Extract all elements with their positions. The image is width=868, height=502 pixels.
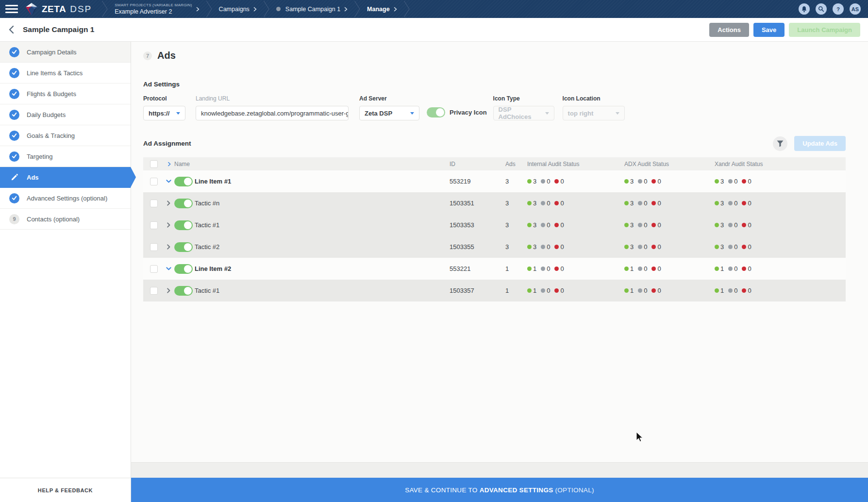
status-dot-green [715, 179, 719, 184]
col-xandr-audit[interactable]: Xandr Audit Status [715, 161, 846, 167]
filter-button[interactable] [773, 136, 787, 151]
rejected-count: 0 [560, 265, 564, 272]
row-enabled-toggle[interactable] [174, 220, 193, 230]
status-dot-red [651, 179, 656, 184]
launch-campaign-button[interactable]: Launch Campaign [789, 23, 860, 37]
breadcrumb-separator [263, 0, 270, 18]
icon-type-label: Icon Type [493, 95, 554, 102]
row-checkbox[interactable] [150, 243, 158, 251]
row-checkbox[interactable] [150, 200, 158, 207]
breadcrumb-separator [206, 0, 213, 18]
save-continue-bar[interactable]: SAVE & CONTINUE TO ADVANCED SETTINGS (OP… [131, 478, 868, 502]
help-feedback-button[interactable]: HELP & FEEDBACK [0, 478, 131, 502]
privacy-icon-toggle[interactable] [427, 107, 445, 117]
sidebar-item-label: Advanced Settings (optional) [27, 195, 107, 202]
approved-count: 3 [533, 178, 536, 185]
expand-toggle[interactable] [163, 179, 174, 184]
chevron-down-icon[interactable] [166, 266, 171, 271]
approved-count: 1 [630, 265, 634, 272]
row-enabled-toggle[interactable] [174, 286, 193, 296]
ad-settings-form: Protocol https:// Landing URL knowledgeb… [143, 95, 846, 120]
update-ads-button[interactable]: Update Ads [794, 136, 846, 151]
status-dot-green [715, 223, 719, 227]
save-button[interactable]: Save [753, 23, 785, 37]
expand-toggle[interactable] [163, 201, 174, 206]
back-button[interactable] [9, 25, 14, 34]
col-name[interactable]: Name [174, 161, 190, 167]
row-name[interactable]: Tactic #2 [195, 243, 450, 251]
expand-toggle[interactable] [163, 266, 174, 271]
zeta-dsp-logo[interactable]: ZETA DSP [25, 2, 92, 16]
breadcrumb-item-example-advertiser-2[interactable]: SMART PROJECTS (VARIABLE MARGIN)Example … [108, 0, 205, 18]
expand-toggle[interactable] [163, 288, 174, 293]
adx-audit-status: 100 [624, 287, 715, 294]
search-icon[interactable] [816, 3, 827, 15]
row-enabled-toggle[interactable] [174, 242, 193, 252]
chevron-down-icon[interactable] [166, 179, 171, 184]
approved-count: 1 [533, 265, 536, 272]
status-dot-green [624, 201, 629, 205]
table-row-tactic-1: Tactic #115033533300300300 [143, 214, 846, 236]
sidebar-item-goals-tracking[interactable]: Goals & Tracking [0, 125, 131, 146]
landing-url-label: Landing URL [196, 95, 349, 102]
funnel-icon [777, 140, 784, 147]
row-name[interactable]: Tactic #1 [195, 287, 450, 294]
chevron-right-icon[interactable] [166, 201, 171, 206]
row-name[interactable]: Tactic #n [195, 200, 450, 207]
hamburger-menu-icon[interactable] [5, 5, 18, 13]
row-id: 1503355 [450, 243, 505, 251]
internal-audit-status: 300 [527, 221, 624, 229]
status-dot-green [527, 223, 532, 227]
chevron-right-icon[interactable] [166, 288, 171, 293]
row-checkbox[interactable] [150, 221, 158, 229]
notifications-bell-icon[interactable] [799, 3, 810, 15]
col-internal-audit[interactable]: Internal Audit Status [527, 161, 624, 167]
row-checkbox[interactable] [150, 178, 158, 185]
rejected-count: 0 [748, 178, 751, 185]
status-dot-gray [638, 245, 642, 249]
chevron-right-icon[interactable] [166, 244, 171, 250]
breadcrumb-item-manage[interactable]: Manage [361, 0, 403, 18]
pending-count: 0 [644, 287, 647, 294]
sidebar-item-advanced-settings-optional[interactable]: Advanced Settings (optional) [0, 188, 131, 209]
ad-server-select[interactable]: Zeta DSP [359, 106, 419, 120]
approved-count: 3 [533, 221, 536, 229]
status-dot-green [715, 267, 719, 271]
protocol-select[interactable]: https:// [143, 106, 185, 120]
chevron-right-icon[interactable] [166, 222, 171, 228]
sidebar-item-daily-budgets[interactable]: Daily Budgets [0, 104, 131, 125]
sidebar-item-targeting[interactable]: Targeting [0, 146, 131, 167]
row-enabled-toggle[interactable] [174, 177, 193, 186]
col-ads[interactable]: Ads [505, 161, 527, 167]
avatar[interactable]: AS [850, 3, 861, 15]
breadcrumb-item-campaigns[interactable]: Campaigns [213, 0, 263, 18]
sidebar-item-ads[interactable]: Ads [0, 167, 131, 188]
select-all-checkbox[interactable] [150, 160, 158, 168]
breadcrumb-item-sample-campaign-1[interactable]: Sample Campaign 1 [270, 0, 354, 18]
sidebar-item-campaign-details[interactable]: Campaign Details [0, 42, 131, 63]
sidebar-item-flights-budgets[interactable]: Flights & Budgets [0, 84, 131, 104]
row-name[interactable]: Tactic #1 [195, 221, 450, 229]
row-ads-count: 1 [505, 287, 527, 294]
help-icon[interactable]: ? [833, 3, 844, 15]
row-enabled-toggle[interactable] [174, 264, 193, 274]
breadcrumb-separator [354, 0, 361, 18]
row-enabled-toggle[interactable] [174, 199, 193, 208]
step-number-badge: 7 [143, 51, 152, 60]
actions-button[interactable]: Actions [709, 23, 749, 37]
expand-toggle[interactable] [163, 244, 174, 250]
sidebar-item-contacts-optional[interactable]: 9Contacts (optional) [0, 209, 131, 230]
col-id[interactable]: ID [450, 161, 505, 167]
status-dot-green [624, 267, 629, 271]
expand-toggle[interactable] [163, 222, 174, 228]
row-checkbox[interactable] [150, 265, 158, 273]
row-id: 1503351 [450, 200, 505, 207]
col-adx-audit[interactable]: ADX Audit Status [624, 161, 715, 167]
row-name[interactable]: Line Item #2 [195, 265, 450, 272]
status-dot-gray [541, 201, 545, 205]
row-checkbox[interactable] [150, 287, 158, 295]
row-name[interactable]: Line Item #1 [195, 178, 450, 185]
pending-count: 0 [734, 287, 737, 294]
sidebar-item-line-items-tactics[interactable]: Line Items & Tactics [0, 63, 131, 84]
landing-url-input[interactable]: knowledgebase.zetaglobal.com/programmati… [196, 106, 349, 120]
